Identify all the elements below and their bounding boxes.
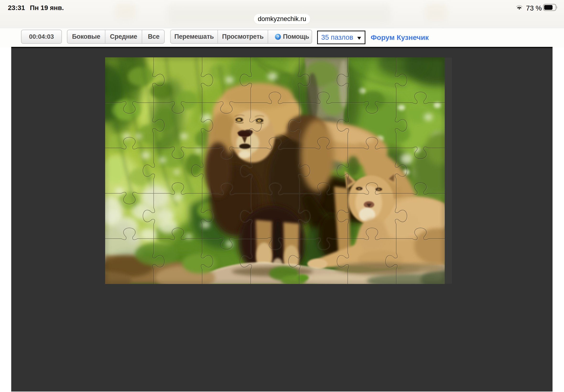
svg-text:?: ? [277,35,279,39]
